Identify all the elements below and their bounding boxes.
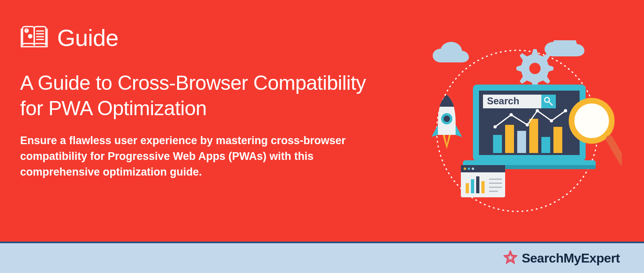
hero-banner: Guide A Guide to Cross-Browser Compatibi… xyxy=(0,0,644,242)
search-label: Search xyxy=(487,95,519,106)
page-subtitle: Ensure a flawless user experience by mas… xyxy=(20,133,374,180)
svg-rect-45 xyxy=(605,134,622,168)
category-row: Guide xyxy=(20,24,374,51)
svg-rect-17 xyxy=(493,135,502,153)
svg-rect-36 xyxy=(476,176,479,193)
svg-rect-34 xyxy=(466,183,469,193)
svg-point-31 xyxy=(464,168,466,170)
brand-logo: SearchMyExpert xyxy=(503,250,620,266)
svg-point-28 xyxy=(564,109,567,112)
svg-rect-18 xyxy=(505,125,514,153)
page-title: A Guide to Cross-Browser Compatibility f… xyxy=(20,70,374,121)
category-label: Guide xyxy=(57,24,118,51)
svg-rect-19 xyxy=(517,131,526,153)
svg-point-27 xyxy=(550,119,553,122)
brand-name: SearchMyExpert xyxy=(522,251,620,266)
svg-point-32 xyxy=(468,168,470,170)
svg-point-33 xyxy=(472,168,474,170)
footer-bar: SearchMyExpert xyxy=(0,242,644,273)
hero-illustration: Search xyxy=(413,40,622,201)
book-icon xyxy=(20,25,48,51)
rocket-icon xyxy=(431,95,462,149)
svg-point-24 xyxy=(510,113,513,116)
svg-rect-35 xyxy=(471,179,474,193)
svg-rect-22 xyxy=(553,127,562,153)
text-column: Guide A Guide to Cross-Browser Compatibi… xyxy=(20,24,374,225)
svg-point-44 xyxy=(572,101,612,141)
svg-point-26 xyxy=(536,109,539,112)
svg-point-43 xyxy=(444,116,450,122)
cloud-icon xyxy=(433,40,584,62)
search-bar: Search xyxy=(483,95,556,108)
svg-rect-30 xyxy=(461,165,505,172)
svg-rect-21 xyxy=(541,137,550,153)
svg-point-23 xyxy=(493,125,497,128)
svg-rect-37 xyxy=(481,181,485,193)
gear-icon xyxy=(516,49,553,88)
svg-point-8 xyxy=(529,63,541,74)
svg-rect-20 xyxy=(529,119,538,153)
svg-point-25 xyxy=(526,123,529,126)
star-icon xyxy=(503,250,518,266)
report-card-icon xyxy=(461,165,505,197)
